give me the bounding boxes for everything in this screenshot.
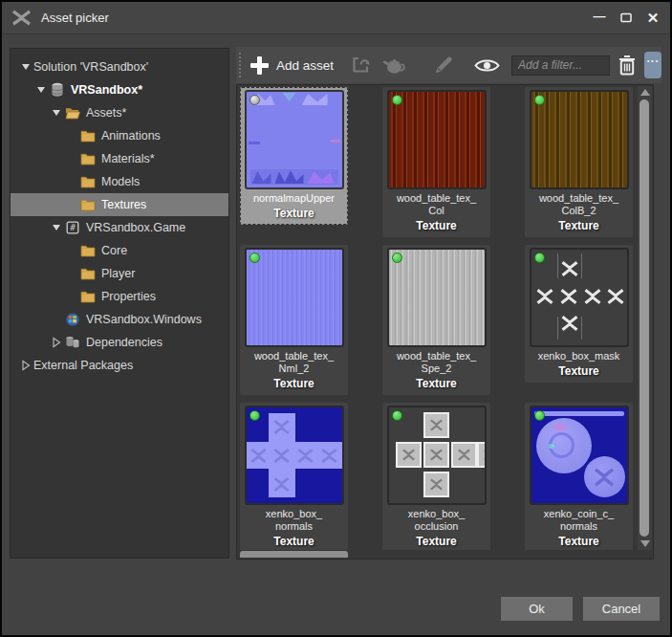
thumb-detail [583,287,602,306]
thumb-detail [331,140,340,143]
tree-item-models[interactable]: Models [11,170,228,193]
asset-name: xenko_box_mask [538,350,620,362]
status-dot-icon [392,253,402,263]
tree-item-core[interactable]: Core [11,239,228,262]
folder-icon [80,152,96,165]
cancel-button[interactable]: Cancel [583,597,660,621]
asset-tile-xenko-box-occlusion[interactable]: xenko_box_occlusion Texture [382,403,490,550]
thumb-detail [559,287,578,306]
tree-item-label: Dependencies [86,336,163,349]
asset-name: xenko_box_normals [266,508,322,533]
asset-tile-xenko-box-mask[interactable]: xenko_box_mask Texture [525,245,633,383]
thumb-detail [536,418,592,473]
horizontal-scrollbar-thumb[interactable] [240,551,348,558]
tree-item-textures[interactable]: Textures [11,193,228,216]
select-reference-button[interactable] [349,54,372,77]
thumb-detail [534,411,624,416]
xenko-logo-icon [560,314,579,333]
window-controls: — ✕ [586,2,666,33]
tree-item-properties[interactable]: Properties [11,285,228,308]
asset-tile-wood-table-tex-colb-2[interactable]: wood_table_tex_ColB_2 Texture [525,87,633,237]
thumb-detail [296,447,314,465]
edit-button[interactable] [432,55,454,77]
toolbar-overflow-button[interactable]: ... [644,52,661,78]
asset-tile-xenko-box-normals[interactable]: xenko_box_normals Texture [240,403,348,550]
tree-item-label: Core [101,244,127,257]
filter-input[interactable] [511,55,610,76]
tree-expander-icon [64,289,79,304]
tree-expander-icon [64,128,79,143]
solution-tree-panel: Solution 'VRSandbox' VRSandbox* Assets* … [10,48,229,559]
view-options-button[interactable] [474,57,500,74]
tree-item-animations[interactable]: Animations [11,124,228,147]
minimize-button[interactable]: — [586,2,613,33]
tree-expander-icon [64,174,79,189]
vertical-scrollbar-thumb[interactable] [639,99,649,537]
asset-type-label: Texture [273,377,314,390]
add-primitive-button[interactable] [381,55,407,76]
folder-icon [80,129,96,143]
tree-item-external-packages[interactable]: External Packages [11,354,228,377]
toolbar-grip-handle[interactable] [239,53,244,77]
asset-tile-wood-table-tex-col[interactable]: wood_table_tex_Col Texture [382,87,490,237]
asset-thumbnail [245,90,344,189]
tree-expander-icon[interactable] [49,220,64,235]
asset-tile-wood-table-tex-nml-2[interactable]: wood_table_tex_Nml_2 Texture [240,245,348,395]
scroll-up-arrow-icon[interactable] [640,89,650,96]
tree-item-label: Player [101,267,135,280]
asset-type-label: Texture [558,364,598,378]
thumb-detail [423,442,449,468]
asset-type-label: Texture [558,535,598,548]
ok-button[interactable]: Ok [501,597,573,621]
delete-button[interactable] [618,55,636,76]
tree-item-player[interactable]: Player [11,262,228,285]
tree-item-vrsandbox-game[interactable]: # VRSandbox.Game [11,216,228,239]
xenko-logo-icon [593,466,616,489]
asset-picker-dialog: Asset picker — ✕ Solution 'VRSandbox' VR… [0,0,672,637]
vertical-scrollbar[interactable] [638,86,652,550]
tree-item-solution-vrsandbox-[interactable]: Solution 'VRSandbox' [11,55,228,78]
tree-expander-icon[interactable] [33,82,49,98]
asset-tile-normalmapupper[interactable]: normalmapUpper Texture [240,87,348,225]
tree-expander-icon[interactable] [49,335,64,350]
close-button[interactable]: ✕ [639,2,666,33]
xenko-logo-icon [560,259,579,278]
tree-item-vrsandbox-[interactable]: VRSandbox* [11,78,228,101]
tree-item-assets-[interactable]: Assets* [11,101,228,124]
tree-expander-icon [49,312,64,327]
tree-item-vrsandbox-windows[interactable]: VRSandbox.Windows [11,308,228,331]
thumb-detail [396,442,422,468]
windows-icon [64,312,81,327]
csharp-icon: # [66,221,79,234]
asset-tile-wood-table-tex-spe-2[interactable]: wood_table_tex_Spe_2 Texture [382,245,490,395]
asset-tile-xenko-coin-c-normals[interactable]: xenko_coin_c_normals Texture [525,403,633,550]
tree-expander-icon[interactable] [18,358,33,373]
tree-expander-icon[interactable] [18,59,33,75]
xenko-logo-icon [401,448,416,462]
asset-type-label: Texture [558,219,598,232]
scroll-down-arrow-icon[interactable] [640,540,650,547]
asset-thumbnail [387,248,487,347]
tree-item-label: Solution 'VRSandbox' [33,60,148,74]
tree-item-materials-[interactable]: Materials* [11,147,228,170]
folder-icon [79,289,97,304]
asset-type-label: Texture [273,207,314,220]
add-asset-button[interactable]: Add asset [250,56,334,75]
thumb-detail [423,412,449,438]
thumb-detail [272,475,291,494]
trash-icon [618,55,636,76]
tree-item-dependencies[interactable]: Dependencies [11,331,228,354]
maximize-button[interactable] [613,2,639,33]
asset-grid: normalmapUpper Texture wood_table_tex_Co… [240,87,637,550]
xenko-logo-icon [272,475,291,494]
xenko-logo-icon [11,9,33,27]
asset-thumbnail [387,90,487,189]
asset-type-label: Texture [416,535,456,548]
thumb-detail [560,259,579,278]
folder-open-icon [65,106,80,120]
tree-expander-icon[interactable] [49,105,64,121]
plus-icon [250,56,269,75]
asset-name: xenko_coin_c_normals [544,508,614,533]
title-bar[interactable]: Asset picker — ✕ [2,2,670,34]
tree-item-label: Models [101,175,140,188]
